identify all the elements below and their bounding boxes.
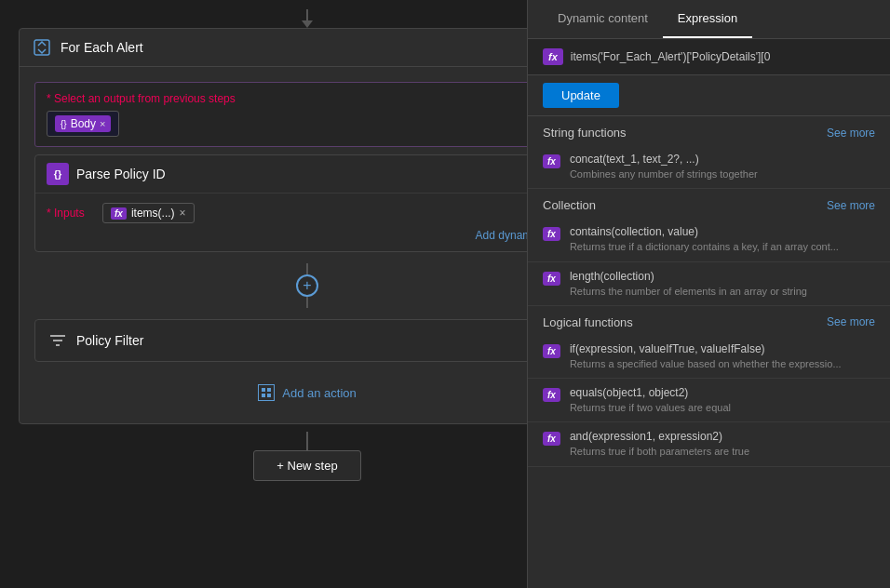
func-info: equals(object1, object2)Returns true if … [570,386,875,414]
func-name: contains(collection, value) [570,225,875,238]
top-connector [19,9,596,28]
tag-fx-icon: {} [61,119,67,129]
func-desc: Returns a specified value based on wheth… [570,357,875,370]
plus-line-bottom [306,297,308,308]
function-item[interactable]: fxand(expression1, expression2)Returns t… [528,422,890,466]
tab-expression[interactable]: Expression [663,0,752,38]
func-info: if(expression, valueIfTrue, valueIfFalse… [570,342,875,370]
connector-arrow [302,20,313,28]
see-more-link[interactable]: See more [827,127,875,140]
func-desc: Returns true if both parameters are true [570,445,875,458]
foreach-header: For Each Alert ··· [20,29,595,67]
new-step-button[interactable]: + New step [253,450,360,481]
expression-input-area: fx items('For_Each_Alert')['PolicyDetail… [528,39,890,75]
add-dynamic-link[interactable]: Add dynamic co... [47,229,568,242]
update-button[interactable]: Update [543,83,619,108]
foreach-header-left: For Each Alert [31,36,143,59]
body-tag-input[interactable]: {} Body × [47,111,119,137]
fx-badge: fx [111,207,127,220]
svg-rect-2 [53,340,62,341]
parse-header: {} Parse Policy ID [35,155,579,194]
body-tag-label: Body [71,117,96,130]
svg-rect-4 [262,388,265,392]
foreach-icon [31,36,53,59]
plus-circle[interactable]: + [296,274,318,297]
expr-text[interactable]: items('For_Each_Alert')['PolicyDetails']… [571,50,875,63]
foreach-block: For Each Alert ··· * Select an output fr… [19,28,596,424]
add-action-label: Add an action [282,386,357,400]
items-tag-container[interactable]: fx items(...) × [102,203,195,223]
add-action-button[interactable]: Add an action [250,381,364,405]
func-fx-badge: fx [543,388,560,402]
panel-tabs: Dynamic content Expression [528,0,890,39]
svg-rect-3 [56,344,60,346]
right-panel: Dynamic content Expression fx items('For… [527,0,890,588]
parse-content: * Inputs fx items(...) × Add dynamic co.… [35,194,579,251]
func-desc: Returns true if a dictionary contains a … [570,240,875,253]
function-item[interactable]: fxcontains(collection, value)Returns tru… [528,218,890,261]
func-fx-badge: fx [543,154,560,168]
foreach-content-wrapper: * Select an output from previous steps {… [20,67,595,423]
plus-line-top [306,263,308,274]
func-info: and(expression1, expression2)Returns tru… [570,430,875,458]
function-item[interactable]: fxlength(collection)Returns the number o… [528,262,890,306]
func-desc: Returns true if two values are equal [570,401,875,414]
foreach-content: * Select an output from previous steps {… [34,82,580,147]
func-fx-badge: fx [543,432,560,446]
section-title: Collection [543,198,596,212]
parse-title: Parse Policy ID [76,167,166,181]
svg-rect-5 [267,388,271,392]
parse-block: {} Parse Policy ID * Inputs fx items(...… [34,154,580,252]
see-more-link[interactable]: See more [827,199,875,212]
items-tag-label: items(...) [131,207,175,220]
section-header: Logical functionsSee more [528,306,890,335]
inputs-label: * Inputs [47,207,93,220]
plus-connector: + [27,260,587,312]
add-action-icon [258,384,275,401]
body-tag-close[interactable]: × [100,118,105,129]
section-title: Logical functions [543,315,633,329]
body-tag: {} Body × [55,115,111,132]
loop-svg [33,38,51,57]
update-btn-area: Update [528,75,890,116]
workflow-area: For Each Alert ··· * Select an output fr… [0,0,614,588]
section-header: String functionsSee more [528,116,890,145]
inputs-row: * Inputs fx items(...) × [47,203,568,223]
func-name: and(expression1, expression2) [570,430,875,443]
func-fx-badge: fx [543,272,560,286]
connector-line [306,9,308,20]
func-fx-badge: fx [543,227,560,241]
function-item[interactable]: fxconcat(text_1, text_2?, ...)Combines a… [528,145,890,189]
expr-fx-badge: fx [543,48,563,65]
select-output-label: * Select an output from previous steps [47,92,568,105]
see-more-link[interactable]: See more [827,315,875,328]
bottom-line [306,432,308,450]
add-action-svg [260,386,273,399]
svg-rect-7 [267,394,271,397]
foreach-title: For Each Alert [61,40,143,55]
func-name: if(expression, valueIfTrue, valueIfFalse… [570,342,875,355]
bottom-area: + New step [19,432,596,481]
func-info: concat(text_1, text_2?, ...)Combines any… [570,153,875,180]
filter-svg [48,331,67,350]
policy-block: Policy Filter [34,319,580,362]
func-name: length(collection) [570,270,875,283]
func-desc: Returns the number of elements in an arr… [570,285,875,298]
policy-header: Policy Filter [35,320,579,361]
functions-list: String functionsSee morefxconcat(text_1,… [528,116,890,588]
function-item[interactable]: fxequals(object1, object2)Returns true i… [528,379,890,422]
svg-rect-1 [50,335,65,337]
func-info: contains(collection, value)Returns true … [570,225,875,253]
function-item[interactable]: fxif(expression, valueIfTrue, valueIfFal… [528,335,890,379]
policy-icon [47,329,69,352]
add-action-area: Add an action [27,369,587,416]
items-close[interactable]: × [180,207,186,220]
func-info: length(collection)Returns the number of … [570,270,875,298]
func-fx-badge: fx [543,344,560,358]
tab-dynamic-content[interactable]: Dynamic content [543,0,663,38]
policy-title: Policy Filter [76,333,143,348]
svg-rect-6 [262,394,265,397]
func-name: equals(object1, object2) [570,386,875,399]
section-header: CollectionSee more [528,189,890,218]
func-desc: Combines any number of strings together [570,167,875,180]
